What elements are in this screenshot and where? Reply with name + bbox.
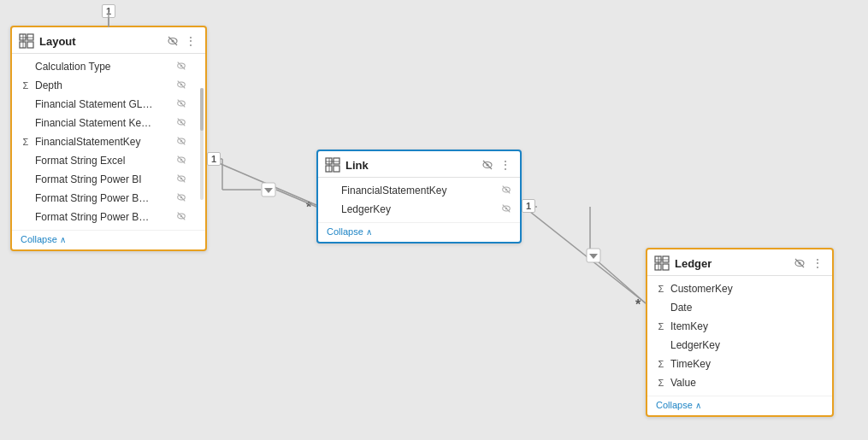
svg-rect-44	[334, 166, 340, 172]
link-visibility-icon[interactable]	[481, 158, 494, 172]
table-row[interactable]: Format String Excel	[12, 151, 195, 170]
link-title: Link	[345, 159, 475, 172]
table-row[interactable]: Σ FinancialStatementKey	[12, 132, 195, 151]
layout-scrollbar-thumb	[200, 88, 204, 131]
layout-menu-icon[interactable]: ⋮	[183, 34, 198, 48]
link-footer: Collapse	[318, 222, 520, 242]
svg-rect-5	[20, 42, 26, 48]
asterisk-link-left: *	[306, 200, 311, 215]
ledger-card-body: Σ CustomerKey Date Σ ItemKey LedgerKey Σ…	[647, 276, 832, 396]
link-header-actions: ⋮	[481, 158, 513, 172]
ledger-table-icon	[654, 255, 670, 271]
connector-dropdown-arrow	[261, 182, 276, 200]
card-ledger-header: Ledger ⋮	[647, 249, 832, 276]
table-row[interactable]: Σ ItemKey	[647, 317, 832, 336]
svg-rect-42	[334, 158, 340, 164]
svg-rect-4	[27, 34, 33, 40]
card-layout: Layout ⋮ Calculation Type	[10, 26, 207, 251]
table-row[interactable]: LedgerKey	[647, 336, 832, 355]
layout-table-icon	[19, 33, 34, 49]
svg-rect-41	[326, 158, 332, 164]
connector-dropdown-arrow-2	[586, 248, 601, 266]
link-table-icon	[325, 157, 340, 173]
badge-layout-link: 1	[207, 152, 221, 166]
card-link-header: Link ⋮	[318, 151, 520, 178]
badge-link-ledger: 1	[522, 199, 535, 213]
table-row[interactable]: Σ Value	[647, 373, 832, 392]
table-row[interactable]: Σ Depth	[12, 76, 195, 95]
table-row[interactable]: LedgerKey	[318, 200, 520, 219]
layout-scrollbar[interactable]	[200, 88, 204, 200]
table-row[interactable]: Format String Power B…	[12, 189, 195, 208]
card-ledger: Ledger ⋮ Σ CustomerKey Date	[646, 248, 834, 417]
table-row[interactable]: Σ TimeKey	[647, 355, 832, 373]
layout-visibility-icon[interactable]	[166, 34, 180, 48]
ledger-header-actions: ⋮	[793, 256, 825, 270]
table-row[interactable]: Calculation Type	[12, 57, 195, 76]
layout-card-body: Calculation Type Σ Depth Financial State…	[12, 54, 205, 230]
asterisk-ledger-left: *	[635, 297, 641, 313]
table-row[interactable]: Format String Power B…	[12, 208, 195, 226]
card-layout-header: Layout ⋮	[12, 27, 205, 54]
table-row[interactable]: Date	[647, 298, 832, 317]
card-link: Link ⋮ FinancialStatementKey	[316, 150, 522, 243]
ledger-menu-icon[interactable]: ⋮	[810, 256, 825, 270]
table-row[interactable]: FinancialStatementKey	[318, 181, 520, 200]
ledger-collapse-link[interactable]: Collapse	[656, 400, 824, 410]
table-row[interactable]: Financial Statement GL…	[12, 95, 195, 114]
layout-footer: Collapse	[12, 230, 205, 249]
ledger-footer: Collapse	[647, 396, 832, 415]
link-menu-icon[interactable]: ⋮	[498, 158, 513, 172]
svg-rect-3	[20, 34, 26, 40]
link-card-body: FinancialStatementKey LedgerKey	[318, 178, 520, 222]
svg-rect-58	[655, 256, 661, 262]
link-collapse-link[interactable]: Collapse	[327, 226, 511, 237]
svg-rect-43	[326, 166, 332, 172]
svg-rect-61	[663, 264, 669, 270]
badge-top-layout: 1	[102, 4, 115, 18]
svg-rect-6	[27, 42, 33, 48]
layout-header-actions: ⋮	[166, 34, 198, 48]
table-row[interactable]: Financial Statement Ke…	[12, 114, 195, 132]
svg-line-2	[522, 205, 646, 303]
table-row[interactable]: Format String Power BI	[12, 170, 195, 189]
layout-title: Layout	[39, 35, 161, 48]
canvas: 1 Layout ⋮	[0, 0, 868, 440]
layout-collapse-link[interactable]: Collapse	[21, 234, 197, 244]
ledger-visibility-icon[interactable]	[793, 256, 806, 270]
table-row[interactable]: Σ CustomerKey	[647, 279, 832, 298]
svg-rect-60	[655, 264, 661, 270]
svg-rect-59	[663, 256, 669, 262]
ledger-title: Ledger	[675, 257, 788, 270]
